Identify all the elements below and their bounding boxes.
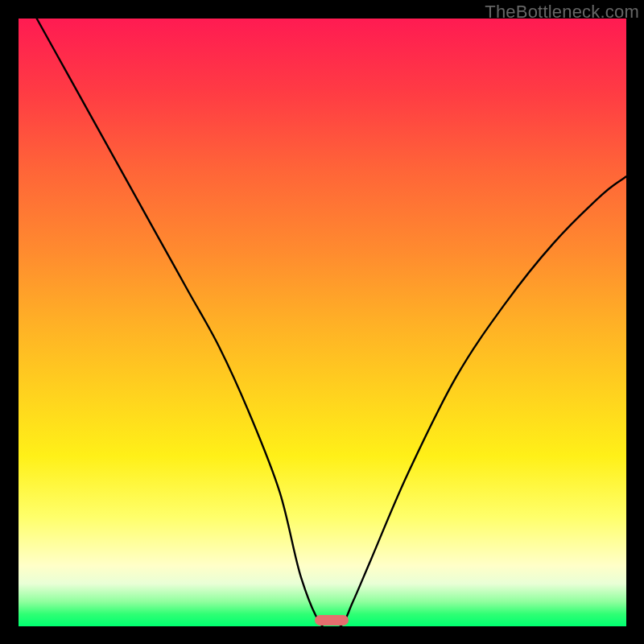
chart-frame: TheBottleneck.com [0,0,644,644]
bottleneck-marker [315,615,349,625]
watermark-text: TheBottleneck.com [485,2,639,23]
plot-area [19,19,626,626]
bottleneck-curve [19,19,626,626]
